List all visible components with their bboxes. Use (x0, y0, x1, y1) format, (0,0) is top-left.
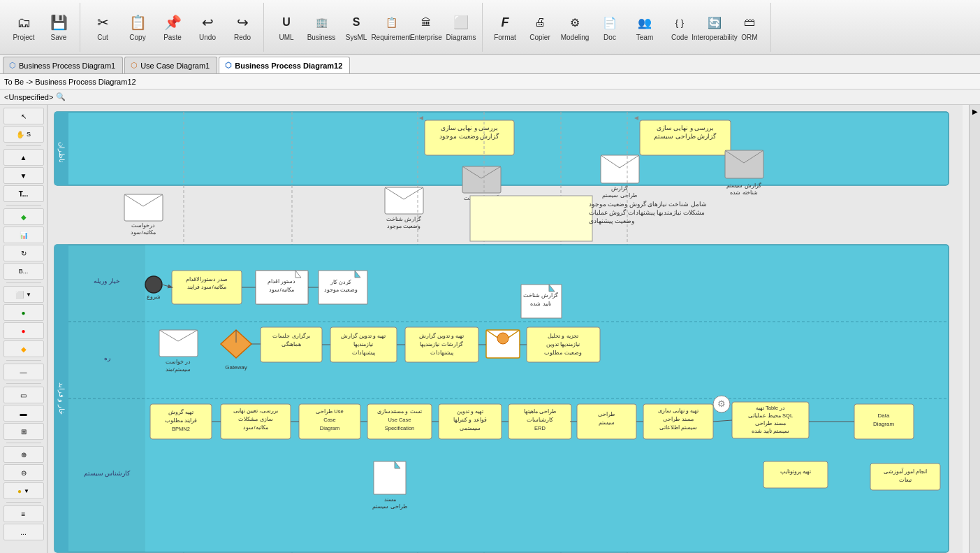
modeling-button[interactable]: ⚙ Modeling (558, 6, 592, 49)
svg-text:مسند طراحی: مسند طراحی (755, 420, 785, 426)
text-tool[interactable]: T... (3, 185, 44, 202)
browse-tool[interactable]: B... (3, 263, 44, 280)
cut-button[interactable]: ✂ Cut (86, 6, 119, 49)
expand-icon[interactable]: ▶ (970, 108, 980, 115)
box1-icon: ▭ (20, 392, 27, 399)
svg-text:مکاتبه/سود فرایند: مکاتبه/سود فرایند (187, 284, 226, 290)
triangle-tool[interactable]: ▲ (3, 149, 44, 166)
toolbar-group-format: F Format 🖨 Copier ⚙ Modeling 📄 Doc 👥 Tea… (484, 3, 771, 52)
svg-text:بررسی، تعیین نهایی: بررسی، تعیین نهایی (233, 408, 278, 414)
svg-text:شناخته شده: شناخته شده (730, 189, 757, 196)
copy-label: Copy (129, 34, 145, 41)
copier-button[interactable]: 🖨 Copier (523, 6, 557, 49)
svg-text:وضعیت مطلوب: وضعیت مطلوب (544, 350, 581, 356)
diagrams-icon: ⬜ (451, 13, 471, 32)
svg-text:تایید شده: تایید شده (530, 301, 550, 307)
box2-tool[interactable]: ▬ (3, 405, 44, 422)
svg-text:نیازمندیها تدوین: نیازمندیها تدوین (546, 341, 580, 347)
svg-text:مکاتبه/سود: مکاتبه/سود (131, 229, 155, 236)
chart-tool[interactable]: 📊 (3, 227, 44, 243)
orm-button[interactable]: 🗃 ORM (733, 6, 766, 49)
box1-tool[interactable]: ▭ (3, 387, 44, 403)
sysml-button[interactable]: S SysML (339, 6, 373, 49)
svg-text:تبعات: تبعات (899, 477, 912, 483)
svg-rect-128 (763, 461, 828, 488)
rect-tool[interactable]: ⬜ ▼ (3, 286, 44, 303)
enterprise-button[interactable]: 🏛 Enterprise (409, 6, 443, 49)
tab-3[interactable]: ⬡ Business Process Diagram12 (219, 57, 350, 73)
svg-text:Case: Case (323, 417, 336, 423)
plus-tool[interactable]: ⊕ (3, 446, 44, 463)
cursor-tool[interactable]: ↖ (3, 108, 44, 124)
format-button[interactable]: F Format (488, 6, 522, 49)
redo-button[interactable]: ↪ Redo (226, 6, 259, 49)
format-icon: F (495, 13, 515, 32)
arrow-down-tool[interactable]: ▼ (3, 167, 44, 184)
project-button[interactable]: 🗂 Project (7, 6, 41, 49)
svg-text:قواعد و کنترلها: قواعد و کنترلها (453, 417, 486, 423)
grid-tool[interactable]: ⊞ (3, 423, 44, 440)
circle-green-tool[interactable]: ● (3, 304, 44, 321)
code-button[interactable]: { } Code (663, 6, 696, 49)
uml-button[interactable]: U UML (270, 6, 303, 49)
copier-label: Copier (529, 34, 550, 41)
circle-red-icon: ● (21, 327, 25, 335)
svg-text:ERD: ERD (534, 425, 546, 431)
tab2-icon: ⬡ (131, 61, 138, 70)
right-panel: ▶ (969, 105, 980, 553)
svg-text:مکاتبه/سود: مکاتبه/سود (269, 287, 293, 293)
diagram-canvas[interactable]: ناظران بررسی و نهایی سازی گزارش وضعیت مو… (47, 105, 969, 553)
left-toolbar: ↖ ✋ S ▲ ▼ T... ◆ 📊 ↻ B... ⬜ (0, 105, 47, 553)
interoperability-button[interactable]: 🔄 Interoperability (698, 6, 731, 49)
list-icon: ≡ (22, 510, 26, 518)
tab-2[interactable]: ⬡ Use Case Diagram1 (124, 57, 217, 73)
yellow-circle-tool[interactable]: ● ▼ (3, 482, 44, 499)
separator-5 (6, 383, 41, 384)
minus-tool[interactable]: ⊖ (3, 464, 44, 481)
requirement-button[interactable]: 📋 Requirement (374, 6, 408, 49)
svg-text:دستور اقدام: دستور اقدام (268, 278, 295, 285)
tab-1[interactable]: ⬡ Business Process Diagram1 (3, 57, 123, 73)
breadcrumb-bar: To Be -> Business Process Diagram12 (0, 74, 980, 89)
save-button[interactable]: 💾 Save (42, 6, 75, 49)
diamond-yellow-tool[interactable]: ◆ (3, 340, 44, 357)
toolbar: 🗂 Project 💾 Save ✂ Cut 📋 Copy 📌 Paste ↩ … (0, 0, 980, 55)
toolbar-group-file: 🗂 Project 💾 Save (3, 3, 80, 52)
undo-button[interactable]: ↩ Undo (191, 6, 224, 49)
list-tool[interactable]: ≡ (3, 505, 44, 522)
line-tool[interactable]: — (3, 364, 44, 380)
search-icon[interactable]: 🔍 (56, 92, 66, 101)
diagrams-button[interactable]: ⬜ Diagrams (444, 6, 478, 49)
more-tool[interactable]: ... (3, 524, 44, 540)
svg-text:سیستمی: سیستمی (460, 425, 481, 431)
svg-text:Specification: Specification (385, 425, 415, 431)
copy-button[interactable]: 📋 Copy (121, 6, 154, 49)
circle-red-tool[interactable]: ● (3, 322, 44, 339)
svg-text:BPMN2: BPMN2 (172, 426, 190, 432)
plus-icon: ⊕ (21, 451, 27, 459)
svg-text:سیستم تایید شده: سیستم تایید شده (752, 428, 789, 434)
paste-button[interactable]: 📌 Paste (156, 6, 189, 49)
svg-text:کردن کار: کردن کار (330, 279, 351, 285)
svg-text:تست و مستندسازی: تست و مستندسازی (377, 408, 421, 415)
business-icon: 🏢 (312, 13, 331, 32)
diamond-tool[interactable]: ◆ (3, 208, 44, 225)
hand-label: S (27, 131, 31, 138)
svg-text:Diagram: Diagram (873, 421, 895, 427)
svg-text:طراحی ماهیتها: طراحی ماهیتها (524, 408, 556, 415)
circle-green-icon: ● (21, 309, 25, 317)
main-layout: ↖ ✋ S ▲ ▼ T... ◆ 📊 ↻ B... ⬜ (0, 105, 980, 553)
svg-text:برگزاری جلسات: برگزاری جلسات (272, 332, 309, 339)
hand-tool[interactable]: ✋ S (3, 126, 44, 143)
svg-text:بررسی و نهایی سازی: بررسی و نهایی سازی (441, 124, 499, 132)
business-button[interactable]: 🏢 Business (305, 6, 338, 49)
tab3-icon: ⬡ (225, 61, 232, 70)
svg-point-79 (497, 333, 509, 344)
rotate-tool[interactable]: ↻ (3, 245, 44, 261)
svg-text:مسند طراحی: مسند طراحی (663, 416, 693, 422)
redo-icon: ↪ (233, 13, 252, 32)
diamond-icon: ◆ (21, 213, 27, 221)
yellow-circle-icon: ● (17, 487, 22, 495)
doc-button[interactable]: 📄 Doc (593, 6, 627, 49)
team-button[interactable]: 👥 Team (628, 6, 661, 49)
